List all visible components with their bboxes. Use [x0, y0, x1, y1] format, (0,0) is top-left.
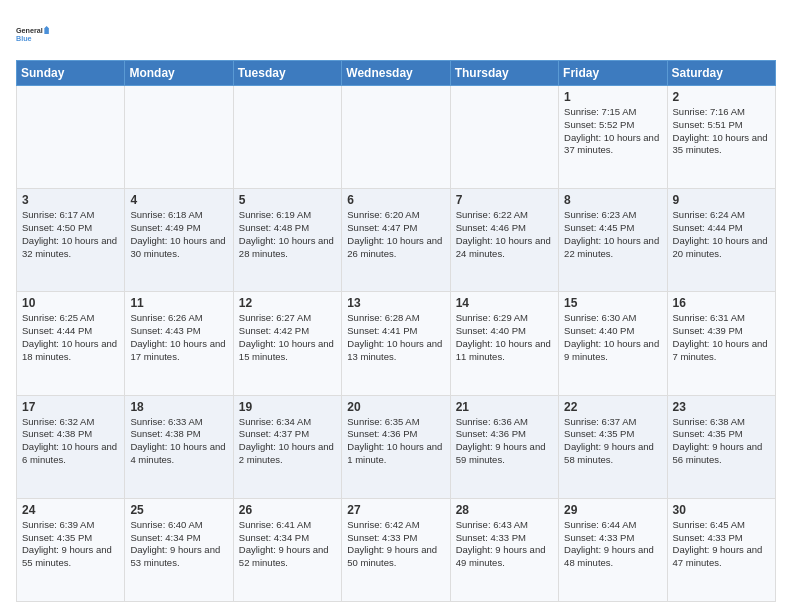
day-cell: 16Sunrise: 6:31 AMSunset: 4:39 PMDayligh…: [667, 292, 775, 395]
column-header-saturday: Saturday: [667, 61, 775, 86]
day-info: Sunrise: 6:18 AMSunset: 4:49 PMDaylight:…: [130, 209, 227, 260]
day-info: Sunrise: 6:23 AMSunset: 4:45 PMDaylight:…: [564, 209, 661, 260]
day-info: Sunrise: 6:35 AMSunset: 4:36 PMDaylight:…: [347, 416, 444, 467]
day-info: Sunrise: 6:41 AMSunset: 4:34 PMDaylight:…: [239, 519, 336, 570]
day-number: 9: [673, 193, 770, 207]
column-header-monday: Monday: [125, 61, 233, 86]
column-header-wednesday: Wednesday: [342, 61, 450, 86]
column-header-sunday: Sunday: [17, 61, 125, 86]
day-number: 28: [456, 503, 553, 517]
day-cell: [17, 86, 125, 189]
day-info: Sunrise: 6:17 AMSunset: 4:50 PMDaylight:…: [22, 209, 119, 260]
day-number: 30: [673, 503, 770, 517]
day-cell: [233, 86, 341, 189]
svg-text:Blue: Blue: [16, 34, 32, 43]
day-number: 23: [673, 400, 770, 414]
day-info: Sunrise: 6:36 AMSunset: 4:36 PMDaylight:…: [456, 416, 553, 467]
day-cell: 19Sunrise: 6:34 AMSunset: 4:37 PMDayligh…: [233, 395, 341, 498]
day-number: 1: [564, 90, 661, 104]
day-cell: 7Sunrise: 6:22 AMSunset: 4:46 PMDaylight…: [450, 189, 558, 292]
day-number: 12: [239, 296, 336, 310]
day-cell: 2Sunrise: 7:16 AMSunset: 5:51 PMDaylight…: [667, 86, 775, 189]
calendar-header-row: SundayMondayTuesdayWednesdayThursdayFrid…: [17, 61, 776, 86]
day-info: Sunrise: 6:30 AMSunset: 4:40 PMDaylight:…: [564, 312, 661, 363]
day-cell: 15Sunrise: 6:30 AMSunset: 4:40 PMDayligh…: [559, 292, 667, 395]
day-number: 21: [456, 400, 553, 414]
day-cell: 28Sunrise: 6:43 AMSunset: 4:33 PMDayligh…: [450, 498, 558, 601]
day-info: Sunrise: 6:44 AMSunset: 4:33 PMDaylight:…: [564, 519, 661, 570]
day-info: Sunrise: 6:39 AMSunset: 4:35 PMDaylight:…: [22, 519, 119, 570]
week-row-1: 1Sunrise: 7:15 AMSunset: 5:52 PMDaylight…: [17, 86, 776, 189]
day-cell: 11Sunrise: 6:26 AMSunset: 4:43 PMDayligh…: [125, 292, 233, 395]
day-cell: [342, 86, 450, 189]
day-cell: [125, 86, 233, 189]
day-info: Sunrise: 6:40 AMSunset: 4:34 PMDaylight:…: [130, 519, 227, 570]
day-number: 4: [130, 193, 227, 207]
day-number: 29: [564, 503, 661, 517]
day-cell: 27Sunrise: 6:42 AMSunset: 4:33 PMDayligh…: [342, 498, 450, 601]
day-info: Sunrise: 7:16 AMSunset: 5:51 PMDaylight:…: [673, 106, 770, 157]
column-header-thursday: Thursday: [450, 61, 558, 86]
day-info: Sunrise: 6:34 AMSunset: 4:37 PMDaylight:…: [239, 416, 336, 467]
day-cell: 26Sunrise: 6:41 AMSunset: 4:34 PMDayligh…: [233, 498, 341, 601]
day-number: 10: [22, 296, 119, 310]
day-cell: [450, 86, 558, 189]
day-number: 18: [130, 400, 227, 414]
day-cell: 30Sunrise: 6:45 AMSunset: 4:33 PMDayligh…: [667, 498, 775, 601]
week-row-5: 24Sunrise: 6:39 AMSunset: 4:35 PMDayligh…: [17, 498, 776, 601]
week-row-3: 10Sunrise: 6:25 AMSunset: 4:44 PMDayligh…: [17, 292, 776, 395]
day-info: Sunrise: 6:28 AMSunset: 4:41 PMDaylight:…: [347, 312, 444, 363]
svg-text:General: General: [16, 26, 43, 35]
day-cell: 10Sunrise: 6:25 AMSunset: 4:44 PMDayligh…: [17, 292, 125, 395]
day-cell: 21Sunrise: 6:36 AMSunset: 4:36 PMDayligh…: [450, 395, 558, 498]
day-number: 11: [130, 296, 227, 310]
day-number: 22: [564, 400, 661, 414]
logo: General Blue: [16, 16, 52, 52]
day-info: Sunrise: 6:22 AMSunset: 4:46 PMDaylight:…: [456, 209, 553, 260]
day-number: 19: [239, 400, 336, 414]
day-cell: 14Sunrise: 6:29 AMSunset: 4:40 PMDayligh…: [450, 292, 558, 395]
day-info: Sunrise: 6:38 AMSunset: 4:35 PMDaylight:…: [673, 416, 770, 467]
column-header-tuesday: Tuesday: [233, 61, 341, 86]
day-cell: 17Sunrise: 6:32 AMSunset: 4:38 PMDayligh…: [17, 395, 125, 498]
day-number: 24: [22, 503, 119, 517]
day-number: 14: [456, 296, 553, 310]
day-cell: 24Sunrise: 6:39 AMSunset: 4:35 PMDayligh…: [17, 498, 125, 601]
day-number: 7: [456, 193, 553, 207]
day-cell: 9Sunrise: 6:24 AMSunset: 4:44 PMDaylight…: [667, 189, 775, 292]
page: General Blue SundayMondayTuesdayWednesda…: [0, 0, 792, 612]
day-info: Sunrise: 6:25 AMSunset: 4:44 PMDaylight:…: [22, 312, 119, 363]
column-header-friday: Friday: [559, 61, 667, 86]
day-number: 26: [239, 503, 336, 517]
day-number: 8: [564, 193, 661, 207]
day-info: Sunrise: 6:19 AMSunset: 4:48 PMDaylight:…: [239, 209, 336, 260]
day-info: Sunrise: 6:32 AMSunset: 4:38 PMDaylight:…: [22, 416, 119, 467]
day-info: Sunrise: 6:27 AMSunset: 4:42 PMDaylight:…: [239, 312, 336, 363]
day-info: Sunrise: 7:15 AMSunset: 5:52 PMDaylight:…: [564, 106, 661, 157]
day-number: 6: [347, 193, 444, 207]
day-info: Sunrise: 6:24 AMSunset: 4:44 PMDaylight:…: [673, 209, 770, 260]
day-cell: 20Sunrise: 6:35 AMSunset: 4:36 PMDayligh…: [342, 395, 450, 498]
week-row-4: 17Sunrise: 6:32 AMSunset: 4:38 PMDayligh…: [17, 395, 776, 498]
day-number: 20: [347, 400, 444, 414]
calendar-table: SundayMondayTuesdayWednesdayThursdayFrid…: [16, 60, 776, 602]
day-info: Sunrise: 6:29 AMSunset: 4:40 PMDaylight:…: [456, 312, 553, 363]
day-number: 3: [22, 193, 119, 207]
day-number: 13: [347, 296, 444, 310]
day-info: Sunrise: 6:33 AMSunset: 4:38 PMDaylight:…: [130, 416, 227, 467]
day-cell: 13Sunrise: 6:28 AMSunset: 4:41 PMDayligh…: [342, 292, 450, 395]
day-cell: 25Sunrise: 6:40 AMSunset: 4:34 PMDayligh…: [125, 498, 233, 601]
day-number: 17: [22, 400, 119, 414]
day-number: 15: [564, 296, 661, 310]
day-cell: 29Sunrise: 6:44 AMSunset: 4:33 PMDayligh…: [559, 498, 667, 601]
day-number: 16: [673, 296, 770, 310]
day-cell: 22Sunrise: 6:37 AMSunset: 4:35 PMDayligh…: [559, 395, 667, 498]
day-info: Sunrise: 6:45 AMSunset: 4:33 PMDaylight:…: [673, 519, 770, 570]
day-info: Sunrise: 6:37 AMSunset: 4:35 PMDaylight:…: [564, 416, 661, 467]
day-cell: 12Sunrise: 6:27 AMSunset: 4:42 PMDayligh…: [233, 292, 341, 395]
day-info: Sunrise: 6:20 AMSunset: 4:47 PMDaylight:…: [347, 209, 444, 260]
week-row-2: 3Sunrise: 6:17 AMSunset: 4:50 PMDaylight…: [17, 189, 776, 292]
day-cell: 23Sunrise: 6:38 AMSunset: 4:35 PMDayligh…: [667, 395, 775, 498]
day-cell: 18Sunrise: 6:33 AMSunset: 4:38 PMDayligh…: [125, 395, 233, 498]
day-cell: 6Sunrise: 6:20 AMSunset: 4:47 PMDaylight…: [342, 189, 450, 292]
